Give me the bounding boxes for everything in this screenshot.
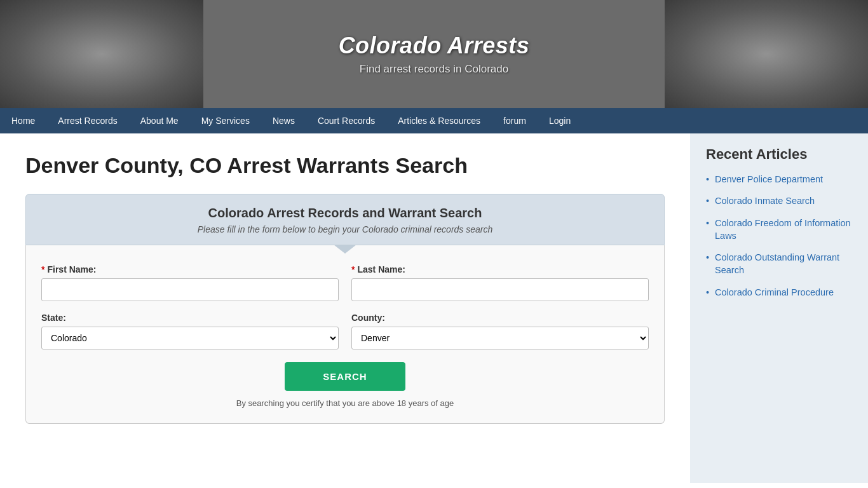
county-label: County: [351, 313, 649, 323]
nav-court-records[interactable]: Court Records [306, 108, 386, 133]
list-item: Colorado Inmate Search [706, 194, 852, 207]
sidebar-link-inmate-search[interactable]: Colorado Inmate Search [715, 196, 815, 206]
sidebar-article-list: Denver Police Department Colorado Inmate… [706, 173, 852, 299]
search-disclaimer: By searching you certify that you are ab… [41, 398, 649, 408]
state-select[interactable]: Colorado [41, 327, 339, 349]
sidebar-title: Recent Articles [706, 146, 852, 163]
nav-login[interactable]: Login [538, 108, 582, 133]
main-nav: Home Arrest Records About Me My Services… [0, 108, 868, 133]
list-item: Colorado Criminal Procedure [706, 286, 852, 299]
search-form-box: *First Name: *Last Name: State: Colorado [25, 245, 665, 424]
main-content: Denver County, CO Arrest Warrants Search… [0, 133, 690, 483]
county-select[interactable]: Denver [351, 327, 649, 349]
first-name-group: *First Name: [41, 264, 339, 301]
nav-articles[interactable]: Articles & Resources [386, 108, 492, 133]
state-group: State: Colorado [41, 313, 339, 349]
hero-banner: Colorado Arrests Find arrest records in … [0, 0, 868, 108]
county-group: County: Denver [351, 313, 649, 349]
page-title: Denver County, CO Arrest Warrants Search [25, 152, 665, 179]
search-button[interactable]: SEARCH [285, 362, 405, 391]
hero-hands-left-decoration [0, 0, 203, 108]
search-button-row: SEARCH [41, 362, 649, 391]
last-name-group: *Last Name: [351, 264, 649, 301]
last-name-input[interactable] [351, 278, 649, 301]
list-item: Colorado Freedom of Information Laws [706, 217, 852, 243]
first-name-required: * [41, 264, 44, 274]
first-name-label: *First Name: [41, 264, 339, 274]
sidebar-link-denver-pd[interactable]: Denver Police Department [715, 174, 823, 184]
state-label: State: [41, 313, 339, 323]
search-box-subtitle: Please fill in the form below to begin y… [41, 224, 649, 234]
last-name-required: * [351, 264, 355, 274]
nav-forum[interactable]: forum [492, 108, 538, 133]
hero-content: Colorado Arrests Find arrest records in … [339, 32, 530, 76]
name-row: *First Name: *Last Name: [41, 264, 649, 301]
sidebar-link-freedom-laws[interactable]: Colorado Freedom of Information Laws [715, 218, 851, 241]
sidebar-link-criminal-procedure[interactable]: Colorado Criminal Procedure [715, 287, 834, 297]
last-name-label: *Last Name: [351, 264, 649, 274]
hero-hands-right-decoration [665, 0, 868, 108]
search-box-title: Colorado Arrest Records and Warrant Sear… [41, 206, 649, 220]
nav-my-services[interactable]: My Services [190, 108, 261, 133]
sidebar: Recent Articles Denver Police Department… [690, 133, 868, 483]
list-item: Denver Police Department [706, 173, 852, 186]
sidebar-link-warrant-search[interactable]: Colorado Outstanding Warrant Search [715, 252, 839, 275]
location-row: State: Colorado County: Denver [41, 313, 649, 349]
site-subtitle: Find arrest records in Colorado [339, 63, 530, 76]
first-name-input[interactable] [41, 278, 339, 301]
page-body: Denver County, CO Arrest Warrants Search… [0, 133, 868, 483]
nav-arrest-records[interactable]: Arrest Records [46, 108, 128, 133]
list-item: Colorado Outstanding Warrant Search [706, 251, 852, 277]
nav-about-me[interactable]: About Me [129, 108, 190, 133]
nav-home[interactable]: Home [0, 108, 46, 133]
site-title: Colorado Arrests [339, 32, 530, 59]
search-header-box: Colorado Arrest Records and Warrant Sear… [25, 194, 665, 245]
nav-news[interactable]: News [261, 108, 306, 133]
